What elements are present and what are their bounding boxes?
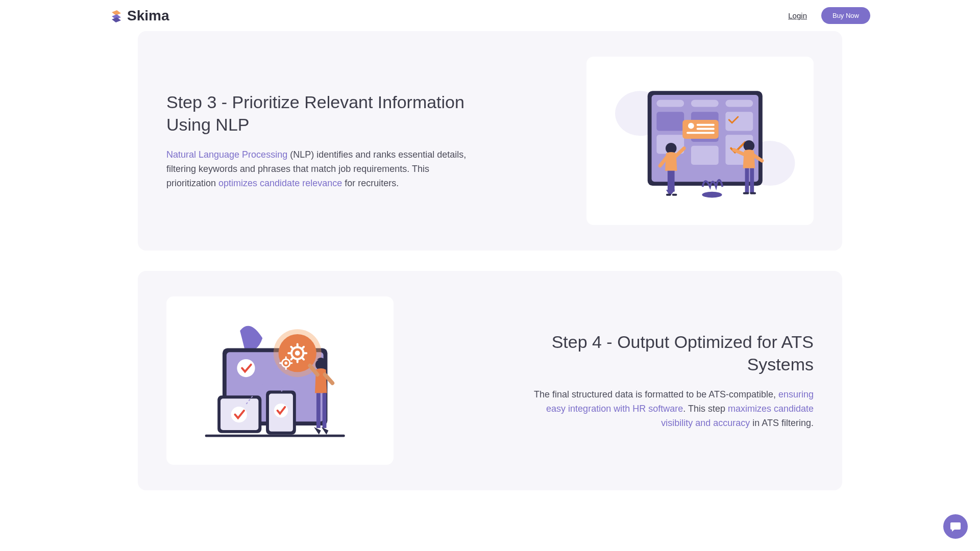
navbar: Skima Login Buy Now (0, 0, 980, 31)
step-4-text: Step 4 - Output Optimized for ATS System… (512, 331, 814, 431)
step-4-title: Step 4 - Output Optimized for ATS System… (512, 331, 814, 375)
svg-rect-15 (697, 124, 715, 126)
logo[interactable]: Skima (110, 8, 169, 24)
svg-point-33 (231, 407, 247, 422)
svg-rect-23 (745, 168, 749, 193)
nav-right: Login Buy Now (788, 7, 870, 24)
svg-rect-24 (750, 168, 754, 193)
svg-rect-19 (668, 171, 675, 192)
svg-rect-4 (656, 100, 684, 107)
logo-icon (110, 9, 123, 22)
svg-rect-5 (691, 100, 719, 107)
svg-point-40 (295, 350, 300, 356)
brand-name: Skima (127, 8, 169, 24)
svg-rect-7 (656, 112, 684, 131)
step-3-description: Natural Language Processing (NLP) identi… (166, 148, 468, 191)
svg-rect-26 (750, 192, 756, 194)
svg-point-14 (688, 123, 694, 129)
login-link[interactable]: Login (788, 11, 807, 20)
nlp-link[interactable]: Natural Language Processing (166, 149, 287, 160)
ats-illustration-icon (181, 311, 379, 450)
svg-rect-45 (323, 393, 327, 428)
step-4-description: The final structured data is formatted t… (512, 388, 814, 431)
step-4-illustration (166, 296, 394, 465)
svg-rect-44 (316, 393, 321, 428)
svg-rect-10 (691, 146, 719, 165)
svg-rect-21 (672, 194, 677, 196)
svg-point-30 (237, 359, 255, 377)
svg-rect-46 (205, 435, 345, 437)
chat-icon (949, 520, 962, 531)
optimize-link[interactable]: optimizes candidate relevance (218, 178, 342, 188)
svg-rect-20 (666, 194, 671, 196)
svg-point-27 (702, 192, 722, 198)
step-4-card: Step 4 - Output Optimized for ATS System… (138, 271, 842, 490)
svg-point-36 (274, 404, 288, 417)
svg-point-42 (284, 362, 287, 365)
step-3-title: Step 3 - Prioritize Relevant Information… (166, 91, 468, 136)
svg-rect-16 (697, 128, 715, 130)
step-3-card: Step 3 - Prioritize Relevant Information… (138, 31, 842, 251)
step-3-text: Step 3 - Prioritize Relevant Information… (166, 91, 468, 191)
svg-rect-25 (743, 192, 749, 194)
svg-rect-6 (725, 100, 753, 107)
content: Step 3 - Prioritize Relevant Information… (0, 31, 980, 531)
step-3-illustration (586, 57, 814, 225)
svg-rect-17 (687, 132, 715, 134)
kanban-illustration-icon (601, 71, 799, 211)
buy-button[interactable]: Buy Now (821, 7, 870, 24)
